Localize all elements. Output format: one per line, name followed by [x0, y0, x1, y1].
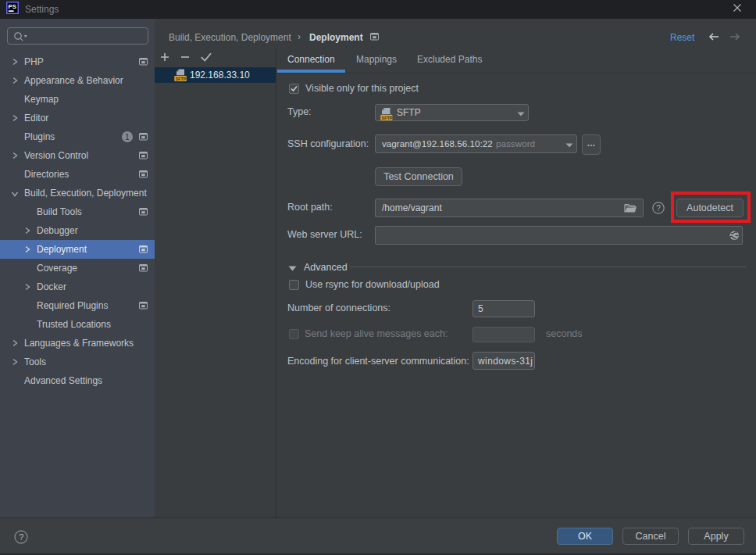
svg-text:SFTP: SFTP — [176, 77, 187, 81]
svg-text:SFTP: SFTP — [382, 116, 393, 120]
svg-text:PS: PS — [9, 3, 17, 10]
svg-text:?: ? — [19, 532, 23, 542]
svg-text:?: ? — [656, 204, 661, 213]
